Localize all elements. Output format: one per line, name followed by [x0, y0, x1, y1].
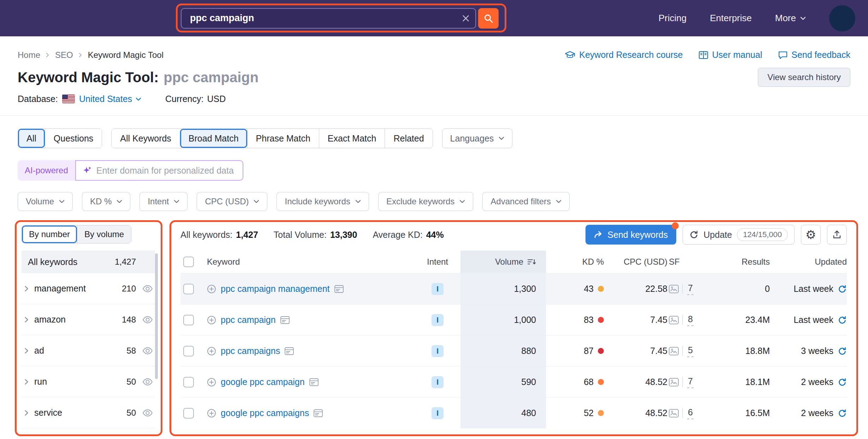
top-nav-links: Pricing Enterprise More [659, 5, 868, 31]
nav-more[interactable]: More [775, 13, 806, 24]
keyword-table-row[interactable]: ppc campaign I 1,000 83 [180, 304, 847, 335]
hide-group-button[interactable] [142, 409, 154, 417]
export-button[interactable] [827, 225, 847, 245]
serp-features-icon[interactable] [669, 285, 679, 293]
select-all-checkbox[interactable] [183, 257, 194, 267]
row-checkbox[interactable] [183, 346, 194, 356]
keyword-link[interactable]: ppc campaign [221, 315, 276, 325]
database-selector[interactable]: United States [79, 94, 141, 104]
sf-count[interactable]: 6 [687, 407, 694, 419]
group-row[interactable]: management 210 [22, 273, 155, 304]
intent-badge[interactable]: I [432, 314, 444, 326]
breadcrumb-home[interactable]: Home [18, 50, 40, 60]
group-sort-option[interactable]: By number [22, 225, 77, 243]
refresh-metrics-icon[interactable] [838, 378, 847, 387]
serp-card-icon[interactable] [309, 378, 319, 386]
match-tab[interactable]: Exact Match [319, 129, 385, 148]
group-sort-option[interactable]: By volume [77, 225, 131, 243]
user-manual-link[interactable]: User manual [699, 50, 762, 60]
send-keywords-button[interactable]: Send keywords [585, 225, 676, 245]
scope-tab[interactable]: All [18, 129, 45, 148]
update-quota: 124/15,000 [737, 228, 788, 241]
keyword-link[interactable]: google ppc campaigns [221, 408, 309, 418]
filter-dropdown[interactable]: Volume [18, 192, 73, 211]
keyword-research-course-link[interactable]: Keyword Research course [565, 50, 683, 60]
add-keyword-icon[interactable] [207, 378, 216, 387]
header-volume[interactable]: Volume [460, 251, 546, 273]
search-button[interactable] [478, 8, 499, 29]
add-keyword-icon[interactable] [207, 315, 216, 325]
serp-card-icon[interactable] [314, 409, 323, 417]
match-tab[interactable]: All Keywords [112, 129, 180, 148]
settings-button[interactable]: ⚙ [801, 225, 821, 245]
add-keyword-icon[interactable] [207, 409, 216, 418]
intent-badge[interactable]: I [432, 407, 444, 419]
clear-search-button[interactable] [456, 15, 475, 22]
serp-features-icon[interactable] [669, 409, 679, 417]
keyword-table-row[interactable]: ppc campaigns I 880 87 [180, 335, 847, 366]
serp-card-icon[interactable] [285, 347, 294, 355]
refresh-metrics-icon[interactable] [838, 347, 847, 356]
nav-pricing[interactable]: Pricing [659, 13, 686, 24]
row-checkbox[interactable] [183, 408, 194, 419]
serp-features-icon[interactable] [669, 347, 679, 355]
scope-tab[interactable]: Questions [45, 129, 102, 148]
row-checkbox[interactable] [183, 377, 194, 387]
intent-badge[interactable]: I [432, 345, 444, 357]
filter-dropdown[interactable]: CPC (USD) [197, 192, 267, 211]
group-row[interactable]: amazon 148 [22, 304, 155, 335]
search-input[interactable] [182, 13, 456, 24]
hide-group-button[interactable] [142, 347, 154, 355]
view-search-history-button[interactable]: View search history [758, 68, 850, 87]
filter-dropdown[interactable]: Advanced filters [482, 192, 570, 211]
breadcrumb-seo[interactable]: SEO [55, 50, 73, 60]
filter-dropdown[interactable]: Include keywords [277, 192, 369, 211]
intent-badge[interactable]: I [432, 376, 444, 388]
keyword-link[interactable]: ppc campaign management [221, 284, 330, 294]
serp-card-icon[interactable] [334, 285, 344, 293]
sidebar-scrollbar[interactable] [155, 253, 158, 379]
sf-count[interactable]: 7 [687, 376, 694, 388]
match-tab[interactable]: Phrase Match [247, 129, 319, 148]
match-tab[interactable]: Related [385, 129, 432, 148]
hide-group-button[interactable] [142, 378, 154, 386]
filter-dropdown[interactable]: KD % [82, 192, 130, 211]
group-row[interactable]: run 50 [22, 366, 155, 397]
filter-dropdown[interactable]: Exclude keywords [378, 192, 473, 211]
group-row[interactable]: ad 58 [22, 335, 155, 366]
sf-divider [682, 408, 683, 418]
sf-count[interactable]: 8 [687, 314, 694, 326]
match-tab[interactable]: Broad Match [180, 129, 247, 148]
refresh-metrics-icon[interactable] [838, 315, 847, 325]
serp-features-icon[interactable] [669, 378, 679, 386]
keyword-link[interactable]: google ppc campaign [221, 377, 305, 387]
row-checkbox[interactable] [183, 284, 194, 294]
sf-count[interactable]: 5 [687, 345, 694, 357]
hide-group-button[interactable] [142, 285, 154, 293]
domain-input[interactable] [96, 166, 236, 176]
keyword-table-row[interactable]: ppc campaign management I 1,300 4 [180, 273, 847, 304]
send-feedback-link[interactable]: Send feedback [778, 50, 850, 60]
user-avatar[interactable] [829, 5, 855, 31]
all-keywords-row[interactable]: All keywords 1,427 [22, 251, 155, 273]
sf-count[interactable]: 7 [687, 283, 694, 295]
keyword-link[interactable]: ppc campaigns [221, 346, 280, 356]
group-row[interactable]: service 50 [22, 397, 155, 428]
serp-card-icon[interactable] [280, 316, 290, 324]
add-keyword-icon[interactable] [207, 284, 216, 294]
keyword-table-row[interactable]: google ppc campaign I 590 68 [180, 366, 847, 397]
refresh-metrics-icon[interactable] [838, 284, 847, 294]
update-button[interactable]: Update 124/15,000 [683, 225, 795, 245]
refresh-metrics-icon[interactable] [838, 409, 847, 418]
feedback-bubble-icon [778, 51, 787, 59]
sort-descending-icon[interactable] [528, 259, 536, 265]
intent-badge[interactable]: I [432, 283, 444, 295]
add-keyword-icon[interactable] [207, 347, 216, 356]
hide-group-button[interactable] [142, 316, 154, 324]
nav-enterprise[interactable]: Enterprise [710, 13, 752, 24]
keyword-table-row[interactable]: google ppc campaigns I 480 52 [180, 397, 847, 428]
serp-features-icon[interactable] [669, 316, 679, 324]
languages-dropdown[interactable]: Languages [442, 128, 513, 148]
row-checkbox[interactable] [183, 315, 194, 325]
filter-dropdown[interactable]: Intent [139, 192, 188, 211]
